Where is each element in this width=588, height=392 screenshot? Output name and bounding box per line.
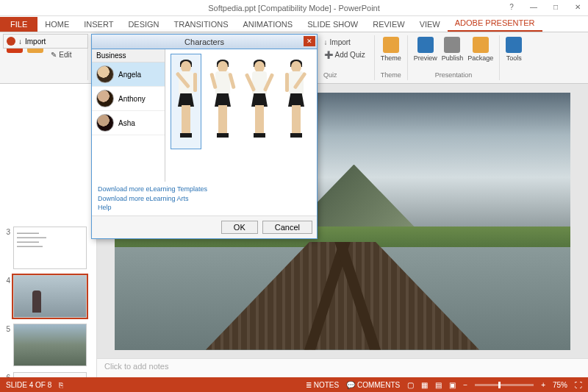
theme-button[interactable]: Theme [381,37,401,62]
characters-dialog: Characters ✕ Business Angela Anthony Ash… [91,34,318,239]
publish-button[interactable]: Publish [442,37,464,62]
slide-counter: SLIDE 4 OF 8 [6,381,51,389]
dialog-links: Download more eLearning Templates Downlo… [92,182,317,215]
preview-button[interactable]: Preview [414,37,437,62]
tab-transitions[interactable]: TRANSITIONS [167,17,236,32]
slideshow-view-icon[interactable]: ▣ [449,381,456,389]
group-theme-label: Theme [381,71,401,79]
close-icon[interactable]: ✕ [567,0,588,13]
link-templates[interactable]: Download more eLearning Templates [98,185,311,194]
char-item-angela[interactable]: Angela [92,63,165,87]
edit-button[interactable]: ✎ Edit [48,49,80,60]
title-text: Softpedia.ppt [Compatibility Mode] - Pow… [208,4,380,13]
link-help[interactable]: Help [98,203,311,213]
zoom-slider[interactable] [475,384,534,386]
group-quiz-label: Quiz [323,71,337,79]
link-arts[interactable]: Download more eLearning Arts [98,194,311,204]
tab-file[interactable]: FILE [0,17,37,32]
comments-toggle[interactable]: 💬 COMMENTS [346,381,400,389]
dialog-footer: OK Cancel [92,215,317,238]
spellcheck-icon[interactable]: ⎘ [59,381,63,389]
maximize-icon[interactable]: □ [545,0,566,13]
import-label[interactable]: Import [25,38,46,46]
ribbon-tabs: FILE HOME INSERT DESIGN TRANSITIONS ANIM… [0,16,588,32]
pose-4[interactable] [281,54,312,149]
char-item-asha[interactable]: Asha [92,111,165,135]
dialog-titlebar[interactable]: Characters ✕ [92,35,317,49]
tab-design[interactable]: DESIGN [121,17,166,32]
cancel-button[interactable]: Cancel [262,221,312,234]
tab-adobe-presenter[interactable]: ADOBE PRESENTER [448,15,542,32]
notes-toggle[interactable]: ≣ NOTES [306,381,339,389]
pose-preview [165,49,317,182]
pose-1[interactable] [171,54,201,149]
dialog-close-icon[interactable]: ✕ [304,36,315,46]
sorter-view-icon[interactable]: ▦ [421,381,428,389]
thumbnail-5[interactable] [13,324,87,366]
character-list[interactable]: Business Angela Anthony Asha [92,49,165,182]
record-icon[interactable] [7,37,15,46]
dialog-title-text: Characters [184,38,224,46]
tools-button[interactable]: Tools [506,37,522,62]
group-presentation-label: Presentation [435,71,473,79]
tab-review[interactable]: REVIEW [365,17,412,32]
zoom-level[interactable]: 75% [553,381,567,389]
thumbnail-3[interactable]: ▬▬▬▬▬▬▬▬▬▬▬▬▬▬▬▬▬▬▬▬▬▬▬▬▬▬▬ [13,227,87,269]
slide-thumbnails[interactable]: 3▬▬▬▬▬▬▬▬▬▬▬▬▬▬▬▬▬▬▬▬▬▬▬▬▬▬▬ 4 5 6 [0,84,97,377]
char-item-anthony[interactable]: Anthony [92,87,165,111]
zoom-in-icon[interactable]: + [541,381,545,389]
category-business[interactable]: Business [92,49,165,63]
import-quiz-button[interactable]: ↓ Import [321,37,368,48]
notes-pane[interactable]: Click to add notes [97,358,588,377]
add-quiz-button[interactable]: ➕ Add Quiz [321,49,368,60]
statusbar: SLIDE 4 OF 8 ⎘ ≣ NOTES 💬 COMMENTS ▢ ▦ ▤ … [0,377,588,392]
minimize-icon[interactable]: — [523,0,544,13]
tab-view[interactable]: VIEW [412,17,448,32]
thumbnail-6[interactable] [13,372,87,377]
fit-window-icon[interactable]: ⛶ [575,381,582,389]
tab-slideshow[interactable]: SLIDE SHOW [300,17,365,32]
tab-home[interactable]: HOME [37,17,76,32]
help-icon[interactable]: ? [501,0,522,13]
reading-view-icon[interactable]: ▤ [435,381,442,389]
window-controls: ? — □ ✕ [501,0,588,13]
package-button[interactable]: Package [467,37,493,62]
pose-3[interactable] [244,54,275,149]
normal-view-icon[interactable]: ▢ [407,381,414,389]
thumbnail-4[interactable] [13,275,87,318]
pose-2[interactable] [207,54,238,149]
ok-button[interactable]: OK [221,221,258,234]
tab-animations[interactable]: ANIMATIONS [236,17,301,32]
import-mini-toolbar: ↓Import [3,34,88,49]
tab-insert[interactable]: INSERT [76,17,121,32]
zoom-out-icon[interactable]: − [463,381,467,389]
titlebar: Softpedia.ppt [Compatibility Mode] - Pow… [0,0,588,16]
